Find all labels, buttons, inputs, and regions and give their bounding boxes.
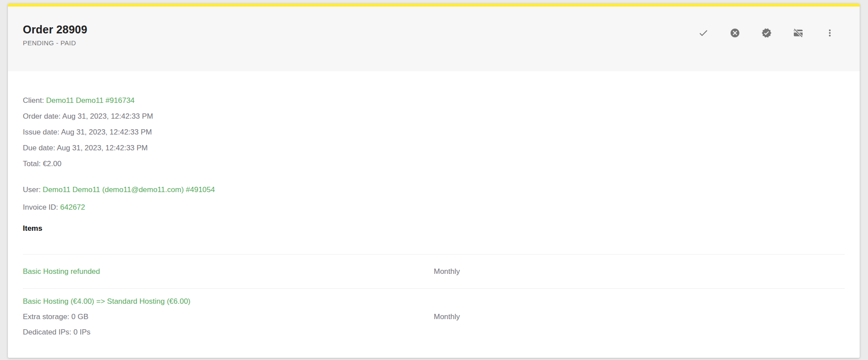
total-line: Total: €2.00 [23, 156, 845, 172]
issue-date-label: Issue date: [23, 128, 59, 136]
user-line: User: Demo11 Demo11 (demo11@demo11.com) … [23, 181, 845, 199]
item-cycle-cell: Monthly [434, 313, 845, 321]
order-actions-toolbar [698, 28, 835, 39]
item-name-link[interactable]: Basic Hosting (€4.00) => Standard Hostin… [23, 297, 191, 305]
user-label: User: [23, 185, 41, 194]
item-billing-cycle: Monthly [434, 313, 460, 321]
items-heading: Items [23, 222, 845, 235]
order-detail-card: Order 28909 PENDING - PAID [8, 4, 860, 358]
order-status: PENDING - PAID [23, 39, 87, 47]
total-value: €2.00 [43, 160, 61, 168]
check-icon [698, 28, 709, 40]
order-date-value: Aug 31, 2023, 12:42:33 PM [62, 112, 153, 120]
disable-payment-button[interactable] [793, 28, 803, 39]
approve-order-button[interactable] [698, 28, 709, 39]
verify-order-button[interactable] [761, 28, 772, 39]
table-row: Basic Hosting refunded Monthly [23, 254, 845, 288]
item-cycle-cell: Monthly [434, 267, 845, 276]
order-header: Order 28909 PENDING - PAID [8, 7, 860, 71]
item-name-link[interactable]: Basic Hosting refunded [23, 267, 100, 276]
order-date-line: Order date: Aug 31, 2023, 12:42:33 PM [23, 109, 845, 124]
more-vert-icon [825, 28, 835, 40]
client-line: Client: Demo11 Demo11 #916734 [23, 93, 845, 109]
order-summary-group: Client: Demo11 Demo11 #916734 Order date… [23, 93, 845, 172]
cancel-icon [730, 28, 740, 40]
page-title: Order 28909 [23, 23, 87, 36]
order-title-block: Order 28909 PENDING - PAID [23, 23, 87, 47]
item-name-cell: Basic Hosting refunded [23, 264, 434, 279]
due-date-line: Due date: Aug 31, 2023, 12:42:33 PM [23, 140, 845, 156]
issue-date-line: Issue date: Aug 31, 2023, 12:42:33 PM [23, 124, 845, 140]
invoice-line: Invoice ID: 642672 [23, 199, 845, 216]
order-details-body: Client: Demo11 Demo11 #916734 Order date… [8, 71, 860, 349]
accent-top-bar [8, 4, 860, 7]
more-options-button[interactable] [825, 28, 835, 39]
order-items-table: Basic Hosting refunded Monthly Basic Hos… [23, 254, 845, 349]
item-detail-line: Dedicated IPs: 0 IPs [23, 324, 434, 340]
client-label: Client: [23, 96, 44, 105]
issue-date-value: Aug 31, 2023, 12:42:33 PM [61, 128, 152, 136]
invoice-label: Invoice ID: [23, 203, 58, 211]
item-detail-line: Extra storage: 0 GB [23, 309, 434, 324]
verified-badge-icon [761, 28, 772, 40]
due-date-value: Aug 31, 2023, 12:42:33 PM [57, 144, 148, 152]
user-invoice-group: User: Demo11 Demo11 (demo11@demo11.com) … [23, 181, 845, 216]
client-link[interactable]: Demo11 Demo11 #916734 [46, 96, 135, 105]
invoice-link[interactable]: 642672 [60, 203, 85, 211]
item-billing-cycle: Monthly [434, 267, 460, 276]
total-label: Total: [23, 160, 41, 168]
user-link[interactable]: Demo11 Demo11 (demo11@demo11.com) #49105… [43, 185, 215, 194]
cancel-order-button[interactable] [730, 28, 740, 39]
order-date-label: Order date: [23, 112, 61, 120]
due-date-label: Due date: [23, 144, 55, 152]
credit-card-off-icon [793, 28, 803, 40]
item-name-cell: Basic Hosting (€4.00) => Standard Hostin… [23, 294, 434, 340]
table-row: Basic Hosting (€4.00) => Standard Hostin… [23, 288, 845, 349]
